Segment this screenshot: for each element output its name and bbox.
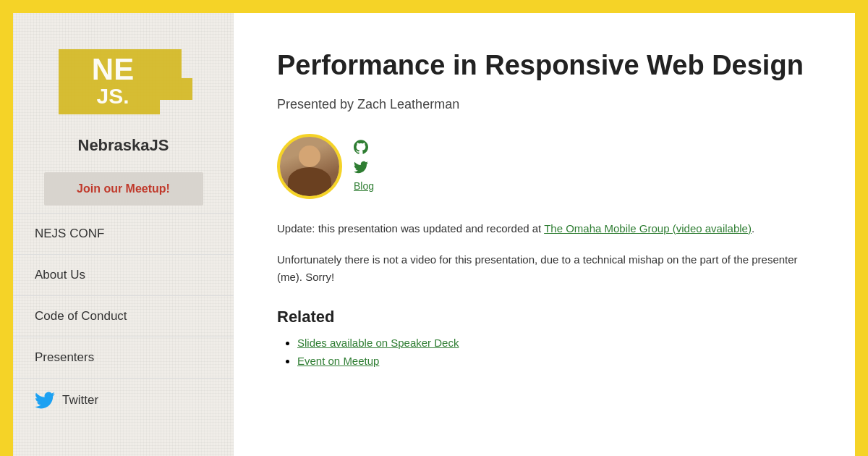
sidebar-item-twitter[interactable]: Twitter [13, 378, 234, 422]
speaker-deck-link[interactable]: Slides available on Speaker Deck [297, 337, 459, 349]
sidebar-item-about-us[interactable]: About Us [13, 254, 234, 295]
svg-text:NE: NE [91, 52, 133, 86]
main-content: Performance in Responsive Web Design Pre… [234, 13, 855, 456]
github-icon [354, 140, 368, 154]
meetup-event-link[interactable]: Event on Meetup [297, 355, 379, 367]
twitter-icon [35, 390, 55, 410]
sidebar-nav: Join our Meetup! NEJS CONF About Us Code… [13, 172, 234, 422]
twitter-label: Twitter [62, 393, 98, 408]
twitter-link[interactable] [354, 160, 374, 174]
list-item: Event on Meetup [297, 355, 812, 367]
avatar [280, 137, 339, 196]
no-video-text: Unfortunately there is not a video for t… [277, 251, 812, 286]
sidebar-item-presenters[interactable]: Presenters [13, 337, 234, 378]
related-list: Slides available on Speaker Deck Event o… [277, 337, 812, 367]
list-item: Slides available on Speaker Deck [297, 337, 812, 349]
nebraska-logo: NE JS. [51, 35, 196, 129]
logo-container[interactable]: NE JS. [51, 35, 196, 129]
github-link[interactable] [354, 140, 374, 154]
blog-link[interactable]: Blog [354, 180, 374, 192]
update-prefix: Update: this presentation was updated an… [277, 222, 544, 235]
update-suffix: . [752, 222, 754, 235]
page-title: Performance in Responsive Web Design [277, 49, 812, 83]
join-meetup-button[interactable]: Join our Meetup! [44, 172, 203, 206]
twitter-small-icon [354, 160, 368, 174]
avatar-ring [277, 134, 342, 199]
related-heading: Related [277, 308, 812, 326]
presenter-line: Presented by Zach Leatherman [277, 97, 812, 112]
sidebar: NE JS. NebraskaJS Join our Meetup! NEJS … [13, 13, 234, 456]
sidebar-item-nejs-conf[interactable]: NEJS CONF [13, 213, 234, 254]
site-title: NebraskaJS [78, 136, 169, 155]
omaha-mobile-group-link[interactable]: The Omaha Mobile Group (video available) [544, 222, 752, 235]
update-section: Update: this presentation was updated an… [277, 221, 812, 237]
svg-text:JS.: JS. [96, 84, 129, 108]
avatar-container [277, 134, 342, 199]
sidebar-item-code-of-conduct[interactable]: Code of Conduct [13, 295, 234, 337]
speaker-section: Blog [277, 134, 812, 199]
speaker-links: Blog [354, 134, 374, 192]
